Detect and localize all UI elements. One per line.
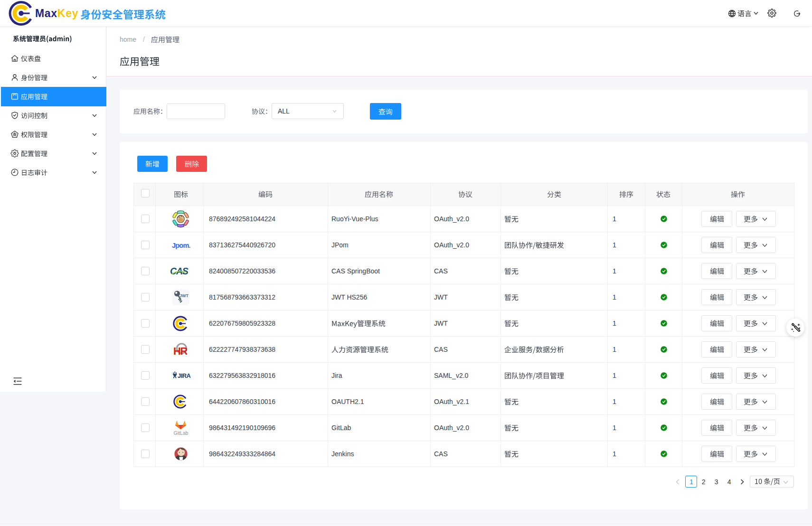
svg-text:JWT: JWT — [179, 293, 189, 298]
svg-text:GitLab: GitLab — [174, 430, 189, 436]
svg-text:HR: HR — [174, 345, 187, 357]
svg-text:JIRA: JIRA — [178, 372, 190, 379]
